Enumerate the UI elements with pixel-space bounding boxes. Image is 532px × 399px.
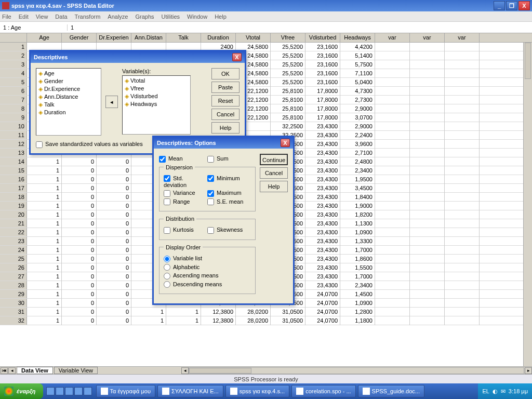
cell[interactable]: 1,2800 — [340, 308, 375, 316]
menu-data[interactable]: Data — [55, 14, 67, 20]
std-checkbox[interactable] — [164, 175, 170, 182]
cell[interactable]: 0 — [97, 184, 131, 193]
cell[interactable] — [375, 149, 410, 157]
cell[interactable]: 1 — [27, 202, 62, 210]
cell[interactable]: 0 — [62, 202, 97, 210]
cell[interactable]: 1,9000 — [340, 202, 375, 210]
cell[interactable]: 1 — [27, 184, 62, 193]
cell[interactable]: 17,8000 — [305, 104, 340, 113]
cell[interactable] — [375, 263, 410, 272]
cell[interactable]: 1,3300 — [340, 237, 375, 246]
cell[interactable] — [375, 202, 410, 210]
cell[interactable]: 1 — [27, 308, 62, 316]
row-header[interactable]: 18 — [0, 193, 27, 201]
cell-value[interactable]: 1 — [68, 24, 532, 31]
menu-window[interactable]: Window — [187, 14, 207, 20]
cell[interactable] — [410, 157, 445, 166]
column-header[interactable]: Talk — [166, 33, 201, 42]
cell[interactable]: 0 — [62, 316, 97, 325]
cell[interactable]: 2,7300 — [340, 96, 375, 104]
cell[interactable]: 1 — [166, 308, 201, 316]
cell[interactable]: 1,1300 — [340, 219, 375, 228]
cell[interactable]: 24,0700 — [305, 308, 340, 316]
cell[interactable]: 25,5200 — [271, 60, 305, 69]
cell[interactable]: 0 — [62, 219, 97, 228]
varlist-radio[interactable] — [164, 256, 170, 262]
column-header[interactable]: Vdisturbed — [305, 33, 340, 42]
cell[interactable]: 23,4300 — [305, 272, 340, 281]
cell[interactable]: 1,5500 — [340, 263, 375, 272]
list-item[interactable]: ◈Vdisturbed — [124, 92, 189, 100]
cell[interactable] — [410, 69, 445, 78]
cell[interactable]: 1,4500 — [340, 290, 375, 299]
cell[interactable]: 0 — [62, 184, 97, 193]
cell[interactable]: 25,5200 — [271, 43, 305, 51]
row-header[interactable]: 16 — [0, 175, 27, 183]
cell[interactable]: 0 — [97, 202, 131, 210]
cell[interactable] — [410, 316, 445, 325]
cell[interactable]: 0 — [97, 228, 131, 237]
target-variable-list[interactable]: ◈Vtotal◈Vfree◈Vdisturbed◈Headways — [122, 75, 191, 135]
cell[interactable]: 25,5200 — [271, 69, 305, 78]
cell[interactable]: 25,8100 — [271, 113, 305, 122]
cell[interactable]: 3,9600 — [340, 140, 375, 149]
column-header[interactable]: var — [410, 33, 445, 42]
cell[interactable]: 1 — [27, 281, 62, 290]
cell[interactable]: 0 — [62, 263, 97, 272]
menu-view[interactable]: View — [36, 14, 48, 20]
cell[interactable] — [410, 43, 445, 51]
cell[interactable]: 23,4300 — [305, 210, 340, 219]
row-header[interactable]: 30 — [0, 299, 27, 307]
list-item[interactable]: ◈Gender — [37, 77, 100, 85]
cell[interactable] — [375, 184, 410, 193]
row-header[interactable]: 6 — [0, 87, 27, 95]
cell[interactable]: 28,0200 — [236, 308, 271, 316]
se-checkbox[interactable] — [207, 198, 214, 205]
cell[interactable]: 25,8100 — [271, 104, 305, 113]
cell[interactable] — [375, 60, 410, 69]
cell[interactable]: 0 — [62, 228, 97, 237]
cell[interactable]: 5,7500 — [340, 60, 375, 69]
cell[interactable] — [375, 96, 410, 104]
cell[interactable] — [410, 78, 445, 87]
cell[interactable]: 2,2400 — [340, 131, 375, 140]
cell[interactable] — [445, 290, 480, 299]
row-header[interactable]: 19 — [0, 202, 27, 210]
descending-radio[interactable] — [164, 281, 170, 288]
cell[interactable] — [410, 308, 445, 316]
maximize-button[interactable]: ❐ — [506, 1, 517, 10]
cell[interactable] — [445, 228, 480, 237]
cell[interactable]: 1 — [27, 175, 62, 184]
cell[interactable] — [375, 290, 410, 299]
cell[interactable] — [445, 51, 480, 60]
row-header[interactable]: 26 — [0, 263, 27, 272]
menu-file[interactable]: File — [2, 14, 11, 20]
taskbar-item[interactable]: Τα έγγραφά μου — [96, 385, 155, 397]
cell[interactable]: 1,8200 — [340, 210, 375, 219]
cell[interactable] — [410, 272, 445, 281]
cell[interactable]: 0 — [62, 272, 97, 281]
skewness-checkbox[interactable] — [207, 227, 214, 234]
cell[interactable]: 1,8600 — [340, 255, 375, 263]
cell[interactable] — [375, 166, 410, 175]
cell[interactable] — [445, 122, 480, 131]
cell[interactable]: 7,1100 — [340, 69, 375, 78]
cell[interactable] — [410, 96, 445, 104]
cell[interactable]: 0 — [97, 166, 131, 175]
cell[interactable]: 0 — [97, 316, 131, 325]
list-item[interactable]: ◈Duration — [37, 109, 100, 116]
cell[interactable]: 5,0400 — [340, 78, 375, 87]
ok-button[interactable]: OK — [211, 68, 240, 79]
column-header[interactable]: Vfree — [271, 33, 305, 42]
vertical-scrollbar[interactable] — [523, 43, 532, 366]
cell[interactable] — [445, 157, 480, 166]
cell[interactable] — [375, 104, 410, 113]
scroll-right[interactable]: ▸ — [525, 367, 532, 374]
cell[interactable] — [410, 237, 445, 246]
cell[interactable] — [375, 113, 410, 122]
cell[interactable]: 1 — [27, 263, 62, 272]
ql-icon[interactable] — [46, 387, 55, 395]
row-header[interactable]: 17 — [0, 184, 27, 192]
cell[interactable]: 3,0700 — [340, 113, 375, 122]
cell[interactable] — [445, 149, 480, 157]
